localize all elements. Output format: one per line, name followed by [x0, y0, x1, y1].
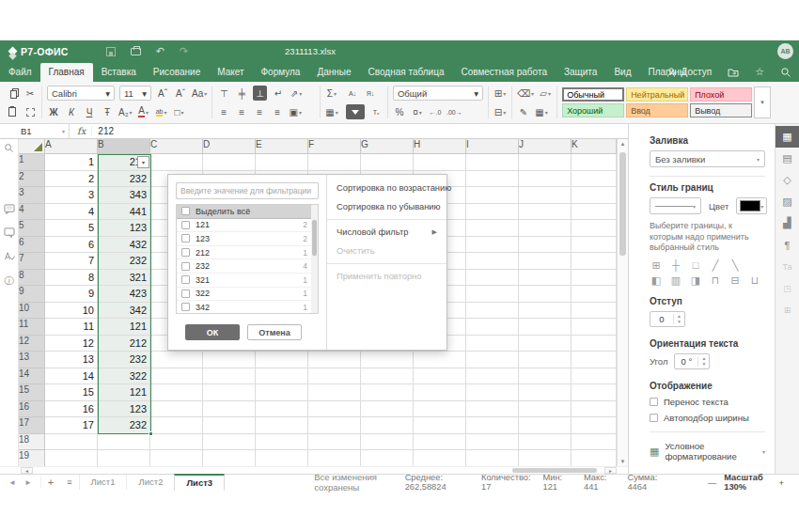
cell-settings-icon[interactable]: ▦ — [776, 126, 799, 148]
cell-I11[interactable] — [466, 319, 519, 336]
change-case-button[interactable]: Aa▾ — [192, 86, 207, 101]
cell-J15[interactable] — [519, 384, 572, 401]
cell-J9[interactable] — [519, 286, 572, 303]
tab-Совместная работа[interactable]: Совместная работа — [452, 63, 556, 82]
cell-C17[interactable] — [150, 417, 203, 434]
checkbox-icon[interactable] — [181, 207, 190, 215]
cell-B8[interactable]: 321 — [98, 270, 150, 287]
border-preset-button-11[interactable]: ⊔ — [748, 274, 761, 287]
cell-K5[interactable] — [572, 220, 617, 237]
cell-F16[interactable] — [308, 401, 361, 418]
indent-spinner[interactable]: 0 ▲▼ — [650, 311, 685, 327]
open-location-icon[interactable] — [728, 67, 739, 78]
add-sheet-button[interactable]: + — [40, 477, 60, 488]
checkbox-icon[interactable] — [650, 414, 658, 422]
avatar[interactable]: AB — [777, 43, 793, 59]
borders-button[interactable]: □▾ — [173, 104, 186, 119]
decrease-decimal-button[interactable]: ←.0 — [429, 104, 442, 119]
cell-A13[interactable]: 13 — [45, 352, 98, 368]
cell-G17[interactable] — [361, 417, 414, 434]
sheet-tab-Лист1[interactable]: Лист1 — [79, 475, 127, 490]
underline-button[interactable]: Ч — [83, 104, 96, 119]
menu-item-Числовой фильтр[interactable]: Числовой фильтр▶ — [327, 223, 446, 242]
row-header-10[interactable]: 10 — [19, 303, 45, 320]
checkbox-icon[interactable] — [181, 303, 190, 311]
sheet-tab-Лист3[interactable]: Лист3 — [174, 474, 225, 491]
row-header-15[interactable]: 15 — [19, 384, 45, 401]
named-ranges-button[interactable]: ▦▾ — [325, 104, 338, 119]
access-button[interactable]: Доступ — [666, 67, 713, 78]
cell-J13[interactable] — [519, 352, 572, 368]
cell-G18[interactable] — [361, 434, 414, 451]
cell-E1[interactable] — [256, 154, 308, 171]
filter-value-row-342[interactable]: 3421 — [177, 301, 318, 314]
undo-icon[interactable]: ↶ — [156, 45, 164, 57]
cell-J8[interactable] — [519, 270, 572, 287]
cell-B4[interactable]: 441 — [98, 204, 150, 221]
sheet-prev-icon[interactable]: ◄ — [8, 478, 16, 487]
tab-Файл[interactable]: Файл — [0, 63, 40, 82]
cell-K6[interactable] — [572, 237, 617, 254]
border-preset-button-1[interactable]: ⊞ — [650, 259, 663, 272]
cell-D19[interactable] — [203, 450, 256, 467]
vertical-scroll-thumb[interactable] — [619, 152, 626, 256]
filter-select-all-row[interactable]: Выделить всё — [177, 205, 318, 219]
cell-H14[interactable] — [414, 368, 466, 385]
cell-H17[interactable] — [414, 417, 466, 434]
cell-A2[interactable]: 2 — [45, 171, 98, 188]
row-header-9[interactable]: 9 — [19, 286, 45, 303]
row-header-19[interactable]: 19 — [19, 450, 45, 467]
scroll-right-icon[interactable]: ► — [604, 467, 617, 474]
cell-J19[interactable] — [519, 450, 572, 467]
row-header-13[interactable]: 13 — [19, 352, 45, 368]
align-left-button[interactable]: ≡ — [217, 104, 230, 119]
cell-D14[interactable] — [203, 368, 256, 385]
row-header-2[interactable]: 2 — [19, 171, 45, 188]
menu-item-Сортировка по возрастанию[interactable]: Сортировка по возрастанию — [327, 179, 446, 197]
cell-B19[interactable] — [98, 450, 150, 467]
horizontal-scroll-thumb[interactable] — [512, 468, 597, 473]
cell-F15[interactable] — [308, 384, 361, 401]
cell-J2[interactable] — [519, 171, 572, 188]
cell-E17[interactable] — [256, 417, 308, 434]
save-icon[interactable] — [106, 47, 116, 56]
cell-D17[interactable] — [203, 417, 256, 434]
cell-I1[interactable] — [466, 154, 519, 171]
angle-spinner[interactable]: 0 ° ▲▼ — [674, 353, 710, 369]
row-header-4[interactable]: 4 — [19, 204, 45, 221]
cell-B18[interactable] — [98, 434, 150, 451]
sheet-tab-Лист2[interactable]: Лист2 — [126, 475, 174, 490]
cell-E19[interactable] — [256, 450, 308, 467]
sort-descending-button[interactable]: Я↓ — [364, 86, 377, 101]
cell-E15[interactable] — [256, 384, 308, 401]
column-header-C[interactable]: C — [150, 139, 203, 154]
cell-I12[interactable] — [466, 336, 519, 352]
cell-C18[interactable] — [150, 434, 203, 451]
cell-style-Плохой[interactable]: Плохой — [690, 87, 752, 102]
scroll-up-icon[interactable]: ▲ — [618, 141, 628, 147]
cell-A12[interactable]: 12 — [45, 336, 98, 352]
cell-J17[interactable] — [519, 417, 572, 434]
filter-value-row-212[interactable]: 2121 — [177, 246, 318, 260]
cell-F19[interactable] — [308, 450, 361, 467]
cell-E16[interactable] — [256, 401, 308, 418]
cell-K12[interactable] — [572, 336, 617, 352]
insert-cells-button[interactable]: ⊞▾ — [494, 86, 507, 101]
wrap-text-checkbox-row[interactable]: Перенос текста — [650, 397, 765, 407]
print-icon[interactable] — [131, 48, 141, 55]
cell-style-Ввод[interactable]: Ввод — [626, 103, 688, 117]
cell-K19[interactable] — [572, 450, 617, 467]
scroll-down-icon[interactable]: ▼ — [618, 459, 628, 464]
border-preset-button-6[interactable]: ◧ — [650, 274, 663, 287]
cell-G13[interactable] — [361, 352, 414, 368]
sheet-list-button[interactable]: ≡ — [60, 477, 78, 487]
chart-settings-icon[interactable]: ▟ — [776, 212, 799, 234]
sort-ascending-button[interactable]: А↓ — [346, 86, 359, 101]
formula-input[interactable]: 212 — [92, 126, 114, 136]
border-preset-button-2[interactable]: ┼ — [669, 259, 682, 272]
cell-B12[interactable]: 212 — [98, 336, 150, 352]
cell-A11[interactable]: 11 — [45, 319, 98, 336]
conditional-formatting-button[interactable]: ▦ Условное форматирование ▾ — [650, 441, 765, 462]
filter-list-scroll-thumb[interactable] — [312, 220, 317, 256]
column-header-B[interactable]: B — [98, 139, 150, 154]
